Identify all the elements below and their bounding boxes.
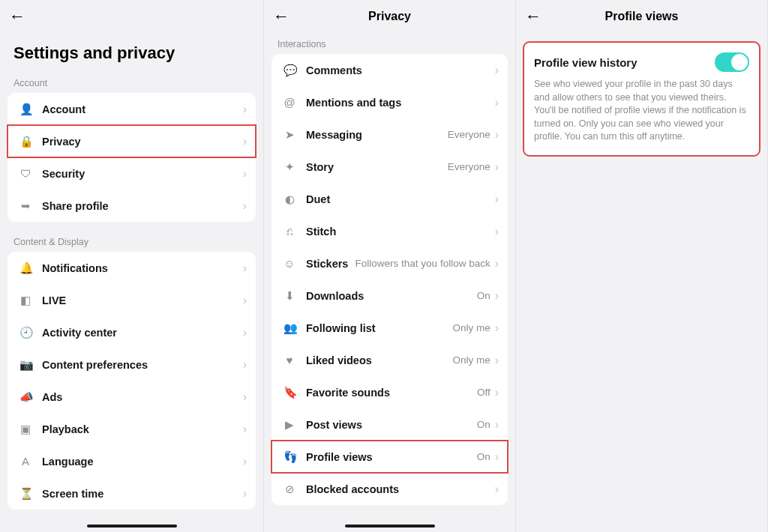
row-favorite-sounds[interactable]: 🔖 Favorite sounds Off › xyxy=(272,376,508,408)
row-value: Off xyxy=(477,387,490,398)
profile-view-history-toggle[interactable] xyxy=(715,52,749,72)
row-label: Account xyxy=(42,103,86,115)
row-activity-center[interactable]: 🕘 Activity center › xyxy=(8,316,256,348)
row-label: Share profile xyxy=(42,200,109,212)
row-value: Only me xyxy=(452,322,490,333)
chevron-right-icon: › xyxy=(243,200,247,212)
row-messaging[interactable]: ➤ Messaging Everyone › xyxy=(272,118,508,151)
chevron-right-icon: › xyxy=(243,103,247,115)
row-ads[interactable]: 📣 Ads › xyxy=(8,381,256,413)
heart-icon: ♥ xyxy=(280,354,298,366)
at-icon: @ xyxy=(280,96,298,109)
row-label: Comments xyxy=(306,64,362,76)
row-content-preferences[interactable]: 📷 Content preferences › xyxy=(8,348,256,381)
row-downloads[interactable]: ⬇ Downloads On › xyxy=(272,279,508,312)
arrow-left-icon: ← xyxy=(273,7,290,25)
arrow-left-icon: ← xyxy=(9,7,26,25)
camera-icon: 📷 xyxy=(16,358,34,372)
chevron-right-icon: › xyxy=(243,262,247,274)
row-playback[interactable]: ▣ Playback › xyxy=(8,413,256,445)
row-value: On xyxy=(477,290,490,301)
row-profile-views[interactable]: 👣 Profile views On › xyxy=(272,441,508,473)
chevron-right-icon: › xyxy=(243,294,247,306)
bell-icon: 🔔 xyxy=(16,262,34,275)
chevron-right-icon: › xyxy=(243,391,247,403)
row-label: Ads xyxy=(42,391,62,403)
row-label: Liked videos xyxy=(306,354,372,366)
row-post-views[interactable]: ▶ Post views On › xyxy=(272,408,508,441)
section-label-account: Account xyxy=(0,72,263,93)
row-label: Messaging xyxy=(306,129,362,141)
send-icon: ➤ xyxy=(280,128,298,142)
row-blocked-accounts[interactable]: ⊘ Blocked accounts › xyxy=(272,473,508,505)
row-live[interactable]: ◧ LIVE › xyxy=(8,284,256,316)
row-account[interactable]: 👤 Account › xyxy=(8,93,256,125)
row-privacy[interactable]: 🔒 Privacy › xyxy=(8,125,256,157)
footsteps-icon: 👣 xyxy=(280,450,298,464)
row-security[interactable]: 🛡 Security › xyxy=(8,157,256,190)
blocked-icon: ⊘ xyxy=(280,483,298,496)
row-share-profile[interactable]: ➥ Share profile › xyxy=(8,190,256,222)
chevron-right-icon: › xyxy=(495,193,499,205)
chevron-right-icon: › xyxy=(495,354,499,366)
row-value: On xyxy=(477,419,490,430)
row-stitch[interactable]: ⎌ Stitch › xyxy=(272,215,508,247)
row-story[interactable]: ✦ Story Everyone › xyxy=(272,151,508,183)
chevron-right-icon: › xyxy=(495,161,499,173)
chevron-right-icon: › xyxy=(495,129,499,141)
back-button[interactable]: ← xyxy=(525,8,546,25)
language-icon: A xyxy=(16,455,34,468)
row-stickers[interactable]: ☺ Stickers Followers that you follow bac… xyxy=(272,247,508,279)
settings-panel: ← Settings and privacy Account 👤 Account… xyxy=(0,0,264,532)
back-button[interactable]: ← xyxy=(273,8,294,25)
chevron-right-icon: › xyxy=(243,488,247,500)
duet-icon: ◐ xyxy=(280,193,298,206)
back-button[interactable]: ← xyxy=(9,8,30,25)
row-label: Blocked accounts xyxy=(306,483,399,495)
row-duet[interactable]: ◐ Duet › xyxy=(272,183,508,215)
content-section-card: 🔔 Notifications › ◧ LIVE › 🕘 Activity ce… xyxy=(8,252,256,510)
toggle-title: Profile view history xyxy=(534,56,715,69)
row-value: Everyone xyxy=(448,161,490,172)
row-screen-time[interactable]: ⏳ Screen time › xyxy=(8,477,256,510)
section-label-content: Content & Display xyxy=(0,231,263,252)
row-label: Duet xyxy=(306,193,330,205)
chevron-right-icon: › xyxy=(495,483,499,495)
page-title: Settings and privacy xyxy=(0,33,263,72)
chevron-right-icon: › xyxy=(243,168,247,180)
row-value: On xyxy=(477,451,490,462)
row-liked-videos[interactable]: ♥ Liked videos Only me › xyxy=(272,344,508,376)
person-icon: 👤 xyxy=(16,103,34,116)
row-following-list[interactable]: 👥 Following list Only me › xyxy=(272,312,508,344)
stitch-icon: ⎌ xyxy=(280,225,298,238)
row-label: Mentions and tags xyxy=(306,97,401,109)
row-comments[interactable]: 💬 Comments › xyxy=(272,54,508,86)
chevron-right-icon: › xyxy=(495,451,499,463)
panel3-header: ← Profile views xyxy=(516,0,767,33)
following-icon: 👥 xyxy=(280,321,298,335)
arrow-left-icon: ← xyxy=(525,7,542,25)
interactions-card: 💬 Comments › @ Mentions and tags › ➤ Mes… xyxy=(272,54,508,505)
chevron-right-icon: › xyxy=(243,327,247,339)
chevron-right-icon: › xyxy=(243,423,247,435)
chevron-right-icon: › xyxy=(243,136,247,148)
row-label: Activity center xyxy=(42,327,117,339)
row-value: Followers that you follow back xyxy=(356,258,490,269)
hourglass-icon: ⏳ xyxy=(16,487,34,501)
live-icon: ◧ xyxy=(16,294,34,307)
chevron-right-icon: › xyxy=(495,64,499,76)
play-icon: ▶ xyxy=(280,418,298,432)
section-label-interactions: Interactions xyxy=(264,33,515,54)
row-label: Story xyxy=(306,161,334,173)
row-language[interactable]: A Language › xyxy=(8,445,256,477)
chevron-right-icon: › xyxy=(495,322,499,334)
row-label: Language xyxy=(42,456,93,468)
row-notifications[interactable]: 🔔 Notifications › xyxy=(8,252,256,284)
row-mentions[interactable]: @ Mentions and tags › xyxy=(272,86,508,118)
row-label: Stickers xyxy=(306,258,348,270)
chevron-right-icon: › xyxy=(495,290,499,302)
row-label: Stitch xyxy=(306,226,336,238)
chevron-right-icon: › xyxy=(495,387,499,399)
panel1-header: ← xyxy=(0,0,263,33)
row-label: LIVE xyxy=(42,294,66,306)
